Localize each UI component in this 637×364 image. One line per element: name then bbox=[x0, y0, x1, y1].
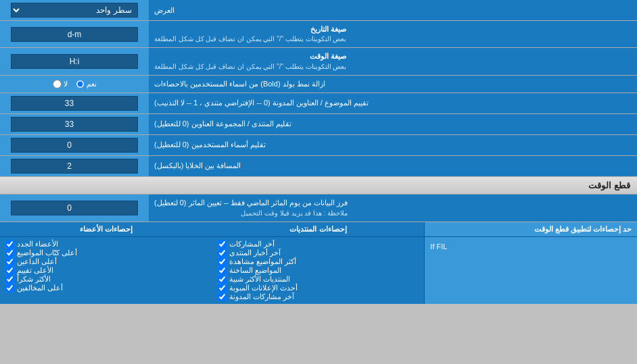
checkbox-left-1[interactable]: أعلى كتّاب المواضيع bbox=[5, 249, 207, 257]
bold-no-radio[interactable] bbox=[53, 80, 62, 88]
time-format-row: صيغة الوقت بعض التكوينات يتطلب "/" التي … bbox=[0, 48, 637, 75]
checkbox-left-5[interactable]: أعلى المخالفين bbox=[5, 284, 207, 292]
cut-time-label: فرز البيانات من يوم الماثر الماضي فقط --… bbox=[149, 194, 637, 221]
bold-remove-label: ازالة نمط بولد (Bold) من اسماء المستخدمي… bbox=[149, 76, 637, 93]
display-select-cell: سطر واحد سطرين ثلاثة أسطر bbox=[0, 0, 149, 20]
right-col: If FIL bbox=[425, 237, 637, 304]
cut-time-header: قطع الوقت bbox=[0, 177, 637, 194]
display-row: العرض سطر واحد سطرين ثلاثة أسطر bbox=[0, 0, 637, 21]
forum-order-input[interactable] bbox=[11, 117, 137, 132]
checkbox-left-4[interactable]: الأكثر شكراً bbox=[5, 275, 207, 284]
time-format-label: صيغة الوقت بعض التكوينات يتطلب "/" التي … bbox=[149, 48, 637, 74]
mid-col: آخر المشاركات آخر أخبار المنتدى أكثر الم… bbox=[212, 237, 425, 304]
main-container: العرض سطر واحد سطرين ثلاثة أسطر صيغة الت… bbox=[0, 0, 637, 304]
date-format-input-cell bbox=[0, 21, 149, 47]
topic-order-input[interactable] bbox=[11, 96, 137, 111]
date-format-label: صيغة التاريخ بعض التكوينات يتطلب "/" الت… bbox=[149, 21, 637, 47]
username-trim-label: تقليم أسماء المستخدمين (0 للتعطيل) bbox=[149, 135, 637, 155]
checkbox-mid-3[interactable]: المواضيع الساخنة bbox=[218, 266, 419, 275]
topic-order-input-cell bbox=[0, 93, 149, 113]
display-select[interactable]: سطر واحد سطرين ثلاثة أسطر bbox=[11, 3, 137, 18]
checkbox-left-2[interactable]: أعلى الداعين bbox=[5, 257, 207, 266]
username-trim-input[interactable] bbox=[11, 138, 137, 153]
checkbox-mid-4[interactable]: المنتديات الأكثر شبية bbox=[218, 275, 419, 284]
checkbox-left-3[interactable]: الأعلى تقييم bbox=[5, 266, 207, 275]
time-format-input[interactable] bbox=[11, 54, 137, 69]
cut-time-input-cell bbox=[0, 194, 149, 221]
date-format-row: صيغة التاريخ بعض التكوينات يتطلب "/" الت… bbox=[0, 21, 637, 48]
stats-left-header: إحصاءات الأعضاء bbox=[0, 222, 212, 236]
forum-order-input-cell bbox=[0, 114, 149, 134]
checkbox-mid-6[interactable]: آخر مشاركات المدونة bbox=[218, 292, 419, 301]
topic-order-row: تقييم الموضوع / العناوين المدونة (0 -- ا… bbox=[0, 93, 637, 114]
cut-time-row: فرز البيانات من يوم الماثر الماضي فقط --… bbox=[0, 194, 637, 222]
checkbox-mid-2[interactable]: أكثر المواضيع مشاهدة bbox=[218, 257, 419, 266]
cell-spacing-input-cell bbox=[0, 156, 149, 176]
bold-remove-row: ازالة نمط بولد (Bold) من اسماء المستخدمي… bbox=[0, 76, 637, 93]
cell-spacing-input[interactable] bbox=[11, 159, 137, 174]
topic-order-label: تقييم الموضوع / العناوين المدونة (0 -- ا… bbox=[149, 93, 637, 113]
username-trim-input-cell bbox=[0, 135, 149, 155]
display-label: العرض bbox=[149, 0, 637, 20]
stats-header-row: حد إحصاءات لتطبيق قطع الوقت إحصاءات المن… bbox=[0, 222, 637, 237]
username-trim-row: تقليم أسماء المستخدمين (0 للتعطيل) bbox=[0, 135, 637, 156]
checkbox-mid-1[interactable]: آخر أخبار المنتدى bbox=[218, 249, 419, 257]
left-col: الأعضاء الجدد أعلى كتّاب المواضيع أعلى ا… bbox=[0, 237, 212, 304]
bold-yes-label[interactable]: نعم bbox=[76, 80, 97, 88]
time-format-input-cell bbox=[0, 48, 149, 74]
bold-no-label[interactable]: لا bbox=[53, 80, 68, 88]
bold-yes-radio[interactable] bbox=[76, 80, 85, 88]
date-format-input[interactable] bbox=[11, 27, 137, 42]
checkbox-mid-5[interactable]: أحدث الإعلانات المبوبة bbox=[218, 284, 419, 292]
checkbox-left-0[interactable]: الأعضاء الجدد bbox=[5, 240, 207, 249]
cell-spacing-label: المسافة بين الخلايا (بالبكسل) bbox=[149, 156, 637, 176]
checkbox-mid-0[interactable]: آخر المشاركات bbox=[218, 240, 419, 249]
cut-time-input[interactable] bbox=[11, 201, 137, 215]
stats-mid-header: إحصاءات المنتديات bbox=[212, 222, 425, 236]
stats-right-label: حد إحصاءات لتطبيق قطع الوقت bbox=[425, 222, 637, 236]
checkbox-columns: If FIL آخر المشاركات آخر أخبار المنتدى أ… bbox=[0, 237, 637, 304]
forum-order-label: تقليم المنتدى / المجموعة العناوين (0 للت… bbox=[149, 114, 637, 134]
cell-spacing-row: المسافة بين الخلايا (بالبكسل) bbox=[0, 156, 637, 177]
forum-order-row: تقليم المنتدى / المجموعة العناوين (0 للت… bbox=[0, 114, 637, 135]
bold-remove-radio-cell: نعم لا bbox=[0, 76, 149, 93]
stats-section: حد إحصاءات لتطبيق قطع الوقت إحصاءات المن… bbox=[0, 222, 637, 304]
